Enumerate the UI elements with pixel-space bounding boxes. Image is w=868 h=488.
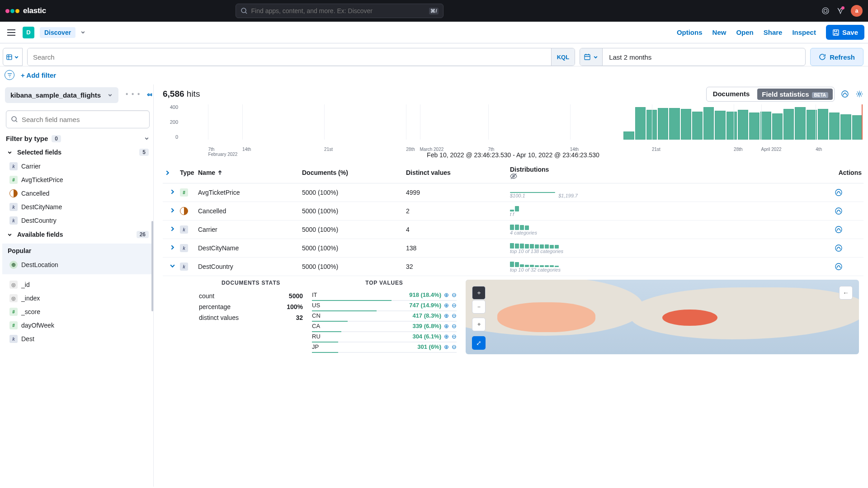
map-fullscreen-button[interactable]: ⤢ bbox=[472, 336, 486, 350]
expand-row-toggle[interactable] bbox=[165, 263, 180, 270]
available-fields-header[interactable]: Available fields 26 bbox=[2, 227, 153, 242]
share-link[interactable]: Share bbox=[764, 28, 783, 36]
distribution-cell: t f bbox=[510, 205, 835, 217]
expand-all-toggle[interactable] bbox=[165, 170, 180, 176]
elastic-logo-icon[interactable] bbox=[5, 9, 19, 13]
x-tick: March 2022 bbox=[420, 147, 444, 152]
col-name[interactable]: Name bbox=[198, 169, 302, 176]
filter-by-type-toggle[interactable]: Filter by type 0 bbox=[6, 135, 150, 142]
field-item[interactable]: kDestCityName bbox=[2, 200, 153, 214]
field-type-icon: k bbox=[9, 216, 18, 225]
minus-filter-icon[interactable]: ⊖ bbox=[452, 291, 457, 298]
date-picker[interactable]: Last 2 months bbox=[580, 48, 806, 66]
col-distributions[interactable]: Distributions bbox=[510, 166, 835, 179]
chart-options-icon[interactable] bbox=[841, 90, 849, 98]
documents-cell: 5000 (100%) bbox=[302, 207, 406, 215]
section-label: Selected fields bbox=[17, 149, 61, 156]
newsfeed-icon[interactable] bbox=[836, 7, 844, 14]
field-item[interactable]: _index bbox=[2, 291, 153, 305]
dataview-picker-button[interactable] bbox=[3, 48, 23, 66]
global-search-input[interactable] bbox=[251, 7, 429, 14]
col-documents[interactable]: Documents (%) bbox=[302, 169, 406, 176]
field-name-cell: DestCountry bbox=[198, 263, 302, 270]
date-histogram[interactable]: 400 200 0 7thFebruary 202214th21st28thMa… bbox=[163, 104, 863, 150]
plus-filter-icon[interactable]: ⊕ bbox=[444, 323, 449, 329]
chevron-down-icon bbox=[14, 54, 19, 60]
query-input[interactable] bbox=[28, 48, 551, 66]
explore-in-lens-icon[interactable] bbox=[835, 244, 862, 252]
plus-filter-icon[interactable]: ⊕ bbox=[444, 343, 449, 350]
explore-in-lens-icon[interactable] bbox=[835, 188, 862, 197]
field-type-icon: # bbox=[9, 176, 18, 184]
field-item[interactable]: #_score bbox=[2, 305, 153, 319]
expand-row-toggle[interactable] bbox=[165, 207, 180, 215]
tab-documents[interactable]: Documents bbox=[707, 87, 756, 101]
options-link[interactable]: Options bbox=[677, 28, 703, 36]
refresh-button[interactable]: Refresh bbox=[810, 48, 863, 66]
open-link[interactable]: Open bbox=[736, 28, 753, 36]
breadcrumb-discover[interactable]: Discover bbox=[40, 27, 75, 38]
field-item[interactable]: #dayOfWeek bbox=[2, 319, 153, 332]
nav-toggle-icon[interactable] bbox=[5, 27, 18, 38]
field-item[interactable]: kCarrier bbox=[2, 160, 153, 173]
field-name-cell: AvgTicketPrice bbox=[198, 189, 302, 196]
expand-row-toggle[interactable] bbox=[165, 226, 180, 233]
field-sidebar: kibana_sample_data_flights ⚬⚬⚬ ⤆ Filter … bbox=[0, 84, 154, 487]
map-visualization[interactable]: ＋ － ⌖ ← ⤢ bbox=[466, 280, 859, 354]
minus-filter-icon[interactable]: ⊖ bbox=[452, 302, 457, 309]
filter-menu-icon[interactable] bbox=[5, 70, 14, 80]
minus-filter-icon[interactable]: ⊖ bbox=[452, 333, 457, 340]
expand-row-toggle[interactable] bbox=[165, 244, 180, 252]
explore-in-lens-icon[interactable] bbox=[835, 263, 862, 271]
map-zoom-in-button[interactable]: ＋ bbox=[472, 286, 486, 300]
minus-filter-icon[interactable]: ⊖ bbox=[452, 323, 457, 329]
x-tick: April 2022 bbox=[761, 147, 782, 152]
minus-filter-icon[interactable]: ⊖ bbox=[452, 312, 457, 319]
field-editor-icon[interactable]: ⚬⚬⚬ bbox=[125, 91, 142, 97]
plus-filter-icon[interactable]: ⊕ bbox=[444, 302, 449, 309]
x-tick: 21st bbox=[324, 147, 333, 152]
scrollbar[interactable] bbox=[151, 221, 153, 311]
field-item[interactable]: Cancelled bbox=[2, 187, 153, 200]
tab-field-statistics[interactable]: Field statisticsBETA bbox=[757, 89, 833, 100]
field-item[interactable]: _id bbox=[2, 278, 153, 291]
field-type-icon bbox=[9, 189, 18, 197]
field-name: _id bbox=[21, 281, 30, 288]
eye-off-icon[interactable] bbox=[510, 173, 835, 179]
explore-in-lens-icon[interactable] bbox=[835, 207, 862, 215]
plus-filter-icon[interactable]: ⊕ bbox=[444, 291, 449, 298]
col-distinct[interactable]: Distinct values bbox=[406, 169, 510, 176]
date-range-label[interactable]: Last 2 months bbox=[603, 48, 805, 66]
field-item[interactable]: kDestCountry bbox=[2, 214, 153, 227]
date-quick-menu[interactable] bbox=[580, 48, 603, 66]
field-search-input[interactable] bbox=[22, 116, 145, 123]
map-layers-button[interactable]: ← bbox=[839, 286, 853, 300]
kql-toggle[interactable]: KQL bbox=[551, 48, 575, 66]
explore-in-lens-icon[interactable] bbox=[835, 225, 862, 234]
index-pattern-picker[interactable]: kibana_sample_data_flights bbox=[5, 87, 118, 103]
chevron-down-icon[interactable] bbox=[80, 29, 86, 35]
help-icon[interactable] bbox=[822, 7, 829, 14]
expand-row-toggle[interactable] bbox=[165, 189, 180, 196]
minus-filter-icon[interactable]: ⊖ bbox=[452, 343, 457, 350]
plus-filter-icon[interactable]: ⊕ bbox=[444, 333, 449, 340]
global-search[interactable]: ⌘/ bbox=[236, 4, 443, 18]
user-avatar[interactable]: a bbox=[851, 5, 863, 17]
col-type[interactable]: Type bbox=[180, 169, 198, 176]
save-button[interactable]: Save bbox=[826, 25, 864, 40]
brand-name[interactable]: elastic bbox=[23, 6, 46, 15]
map-zoom-out-button[interactable]: － bbox=[472, 300, 486, 314]
field-item[interactable]: #AvgTicketPrice bbox=[2, 173, 153, 187]
collapse-sidebar-icon[interactable]: ⤆ bbox=[147, 91, 152, 98]
settings-icon[interactable] bbox=[855, 90, 863, 98]
new-link[interactable]: New bbox=[712, 28, 726, 36]
selected-fields-header[interactable]: Selected fields 5 bbox=[2, 145, 153, 160]
map-fit-button[interactable]: ⌖ bbox=[472, 318, 486, 331]
field-name: _index bbox=[21, 295, 40, 302]
add-filter-button[interactable]: + Add filter bbox=[21, 71, 56, 79]
index-pattern-name: kibana_sample_data_flights bbox=[10, 91, 101, 99]
field-item[interactable]: DestLocation bbox=[2, 258, 153, 272]
inspect-link[interactable]: Inspect bbox=[792, 28, 816, 36]
field-item[interactable]: kDest bbox=[2, 332, 153, 346]
plus-filter-icon[interactable]: ⊕ bbox=[444, 312, 449, 319]
